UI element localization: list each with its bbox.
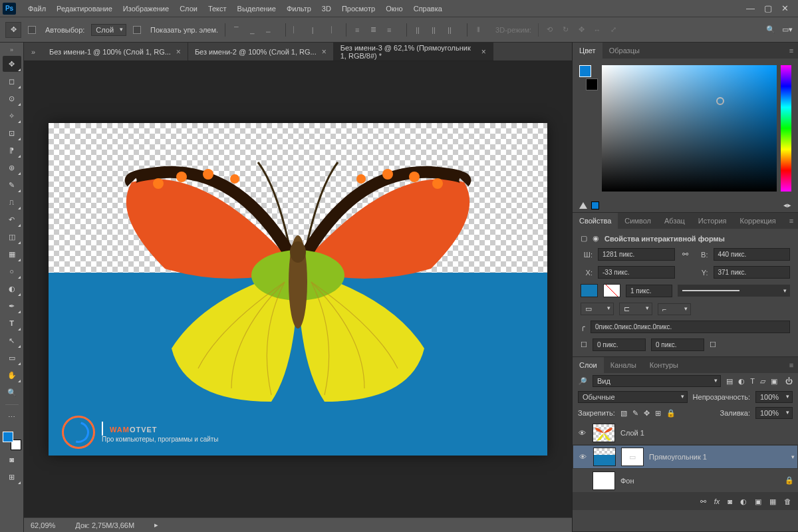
close-tab-icon[interactable]: × (481, 47, 486, 57)
lock-transparency-icon[interactable]: ▧ (620, 409, 627, 418)
color-picker[interactable] (602, 65, 777, 192)
menu-select[interactable]: Выделение (232, 0, 281, 17)
menu-filter[interactable]: Фильтр (281, 0, 317, 17)
stamp-tool[interactable]: ⎍ (3, 194, 21, 210)
menu-file[interactable]: Файл (23, 0, 51, 17)
show-controls-checkbox[interactable] (133, 26, 141, 34)
pen-tool[interactable]: ✒ (3, 298, 21, 314)
menu-text[interactable]: Текст (203, 0, 232, 17)
move-tool[interactable]: ✥ (3, 56, 21, 72)
path-select-tool[interactable]: ↖ (3, 332, 21, 348)
tab-paragraph[interactable]: Абзац (658, 213, 692, 229)
layer-name[interactable]: Прямоугольник 1 (649, 453, 707, 461)
search-icon[interactable]: 🔍 (766, 25, 775, 34)
new-layer-icon[interactable]: ▦ (769, 497, 776, 506)
filter-type-icon[interactable]: T (750, 377, 755, 385)
hand-tool[interactable]: ✋ (3, 367, 21, 383)
height-input[interactable]: 440 пикс. (714, 248, 791, 261)
tab-properties[interactable]: Свойства (573, 213, 618, 229)
corner-link-icon[interactable]: ☐ (581, 340, 587, 349)
align-right-icon[interactable]: ⎹ (322, 23, 335, 37)
eraser-tool[interactable]: ◫ (3, 229, 21, 245)
tab-color[interactable]: Цвет (573, 43, 602, 59)
hue-slider[interactable] (781, 65, 791, 192)
lasso-tool[interactable]: ⊙ (3, 90, 21, 106)
lock-pixels-icon[interactable]: ✎ (632, 409, 638, 418)
blend-mode-select[interactable]: Обычные (578, 391, 688, 403)
adjustment-layer-icon[interactable]: ◐ (740, 497, 747, 506)
dist-top-icon[interactable]: ≡ (350, 23, 364, 37)
tab-history[interactable]: История (692, 213, 733, 229)
edit-toolbar[interactable]: ⋯ (3, 409, 21, 425)
menu-view[interactable]: Просмотр (336, 0, 380, 17)
tab-adjustments[interactable]: Коррекция (733, 213, 783, 229)
gamut-warning-icon[interactable] (579, 202, 587, 209)
layer-fx-icon[interactable]: fx (714, 497, 720, 505)
brush-tool[interactable]: ✎ (3, 177, 21, 193)
fill-input[interactable]: 100% (755, 407, 793, 419)
visibility-icon[interactable]: 👁 (577, 429, 587, 437)
color-swatch[interactable] (579, 65, 598, 90)
canvas[interactable]: WAMOTVET Про компьютеры, программы и сай… (49, 123, 547, 456)
tab-swatches[interactable]: Образцы (602, 43, 646, 59)
stroke-caps-select[interactable]: ⊏ (619, 303, 652, 315)
color-swatches[interactable] (3, 432, 21, 450)
dist-left-icon[interactable]: || (411, 23, 424, 37)
layer-thumbnail[interactable] (593, 424, 615, 442)
canvas-area[interactable]: WAMOTVET Про компьютеры, программы и сай… (24, 61, 572, 517)
crop-tool[interactable]: ⊡ (3, 125, 21, 141)
close-icon[interactable]: ✕ (781, 3, 789, 13)
layer-row[interactable]: Фон 🔒 (573, 469, 798, 493)
tab-layers[interactable]: Слои (573, 357, 604, 373)
stroke-align-select[interactable]: ▭ (581, 303, 614, 315)
y-input[interactable]: 371 пикс. (714, 266, 791, 279)
dodge-tool[interactable]: ◐ (3, 281, 21, 297)
fill-swatch[interactable] (581, 284, 598, 297)
menu-help[interactable]: Справка (408, 0, 448, 17)
corner-link-icon[interactable]: ☐ (710, 340, 716, 349)
layer-row[interactable]: 👁 Слой 1 (573, 421, 798, 445)
panel-menu-icon[interactable]: ≡ (785, 43, 798, 59)
blur-tool[interactable]: ○ (3, 263, 21, 279)
dist-bottom-icon[interactable]: ≡ (382, 23, 396, 37)
auto-align-icon[interactable]: ⫴ (471, 23, 485, 37)
layer-name[interactable]: Фон (620, 477, 634, 485)
status-doc[interactable]: Док: 2,75M/3,66M (75, 521, 134, 529)
align-vcenter-icon[interactable]: ⎯ (245, 23, 259, 37)
zoom-tool[interactable]: 🔍 (3, 384, 21, 400)
corner-tl-input[interactable]: 0 пикс. (593, 338, 646, 351)
magic-wand-tool[interactable]: ✧ (3, 108, 21, 124)
link-layers-icon[interactable]: ⚯ (700, 497, 706, 506)
toolbar-expand-icon[interactable]: » (0, 45, 23, 55)
tab-channels[interactable]: Каналы (604, 357, 643, 373)
menu-edit[interactable]: Редактирование (51, 0, 118, 17)
opacity-input[interactable]: 100% (755, 391, 793, 403)
corner-tr-input[interactable]: 0 пикс. (651, 338, 704, 351)
lock-artboard-icon[interactable]: ⊞ (655, 409, 661, 418)
doc-tab-2[interactable]: Без имени-2 @ 100% (Слой 1, RG...× (188, 43, 334, 61)
align-left-icon[interactable]: ⎸ (290, 23, 303, 37)
layer-mask-thumbnail[interactable]: ▭ (621, 448, 644, 466)
panel-menu-icon[interactable]: ≡ (785, 213, 798, 229)
marquee-tool[interactable]: ◻ (3, 73, 21, 89)
filter-smart-icon[interactable]: ▣ (771, 377, 777, 386)
new-group-icon[interactable]: ▣ (755, 497, 761, 506)
layer-name[interactable]: Слой 1 (620, 429, 644, 437)
layer-filter-search-icon[interactable]: 🔎 (578, 377, 587, 386)
lock-position-icon[interactable]: ✥ (644, 409, 650, 418)
menu-window[interactable]: Окно (380, 0, 408, 17)
quick-mask-tool[interactable]: ◙ (3, 452, 21, 467)
eyedropper-tool[interactable]: ⁋ (3, 142, 21, 158)
workspace-icon[interactable]: ▭▾ (782, 25, 793, 34)
layer-thumbnail[interactable] (593, 448, 616, 466)
autoselect-mode-select[interactable]: Слой (91, 24, 126, 36)
history-brush-tool[interactable]: ↶ (3, 211, 21, 227)
gradient-tool[interactable]: ▦ (3, 246, 21, 262)
stroke-corners-select[interactable]: ⌐ (658, 303, 691, 315)
status-zoom[interactable]: 62,09% (31, 521, 55, 529)
layer-mask-icon[interactable]: ◙ (728, 497, 732, 505)
dist-v-icon[interactable]: ≣ (366, 23, 380, 37)
align-top-icon[interactable]: ⎺ (229, 23, 243, 37)
layer-filter-kind[interactable]: Вид (593, 375, 721, 387)
minimize-icon[interactable]: — (746, 3, 755, 13)
